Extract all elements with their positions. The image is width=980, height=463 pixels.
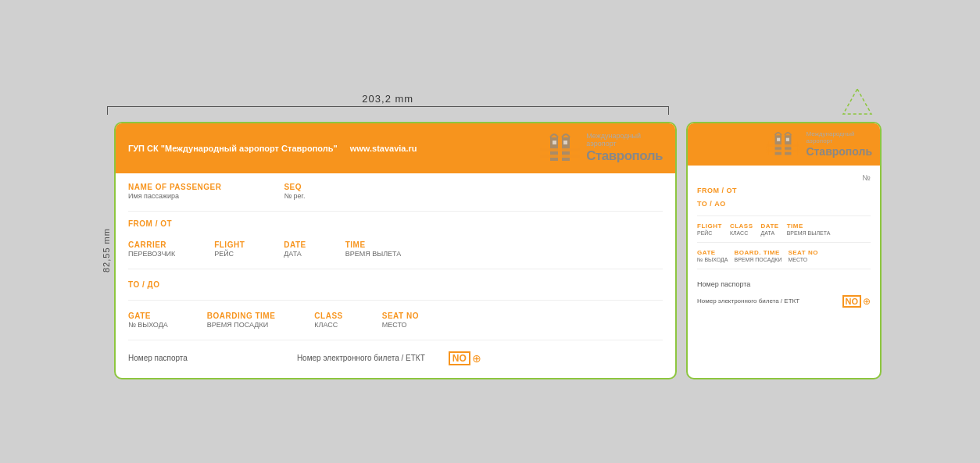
- gate-field: GATE № ВЫХОДА: [128, 312, 168, 329]
- stub-date-field: DATE ДАТА: [761, 223, 779, 236]
- to-row: TO / ДО: [128, 280, 663, 289]
- svg-rect-8: [769, 141, 799, 155]
- from-row: FROM / ОТ: [128, 219, 663, 228]
- stub-gate-field: GATE № ВЫХОДА: [697, 249, 728, 262]
- divider-1: [128, 211, 663, 212]
- stub-airport-logo: Международный аэропорт Ставрополь: [765, 130, 872, 159]
- airport-city-name: Ставрополь: [586, 148, 663, 164]
- stub-class-field: CLASS КЛАСС: [730, 223, 753, 236]
- svg-rect-14: [786, 137, 789, 141]
- main-header-bar: ГУП СК "Международный аэропорт Ставропол…: [116, 123, 675, 173]
- stub-eticket-label: Номер электронного билета / ЕТКТ: [697, 297, 799, 305]
- stub-time-field: TIME ВРЕМЯ ВЫЛЕТА: [787, 223, 831, 236]
- stub-seat-field: SEAT NO МЕСТО: [788, 249, 817, 262]
- stub-barcode-icon: ⊕: [863, 296, 871, 307]
- svg-rect-13: [777, 137, 780, 141]
- class-field: CLASS КЛАСС: [314, 312, 342, 329]
- company-name: ГУП СК "Международный аэропорт Ставропол…: [128, 144, 338, 153]
- date-field: DATE ДАТА: [284, 240, 306, 258]
- divider-4: [128, 340, 663, 340]
- barcode-icon-main: ⊕: [472, 352, 481, 365]
- from-field: FROM / ОТ: [128, 219, 172, 228]
- seat-field: SEAT NO МЕСТО: [382, 312, 419, 329]
- no-badge-main: NO: [449, 351, 470, 365]
- carrier-field: CARRIER ПЕРЕВОЗЧИК: [128, 240, 175, 258]
- main-airport-logo: Международный аэропорт Ставрополь: [538, 131, 663, 166]
- boarding-time-field: BOARDING TIME ВРЕМЯ ПОСАДКИ: [207, 312, 276, 329]
- svg-rect-1: [542, 145, 578, 161]
- airport-building-icon: [538, 131, 581, 166]
- airport-intl-label: Международный: [586, 132, 663, 141]
- time-field: TIME ВРЕМЯ ВЫЛЕТА: [345, 240, 402, 258]
- svg-rect-4: [540, 148, 580, 151]
- svg-rect-12: [767, 149, 800, 151]
- to-field: TO / ДО: [128, 280, 159, 289]
- main-ticket-body: Name of passenger Имя пассажира SEQ № pe…: [116, 173, 675, 378]
- passenger-name-field: Name of passenger Имя пассажира: [128, 183, 221, 200]
- website: www.stavavia.ru: [350, 144, 417, 153]
- flight-details-row: CARRIER ПЕРЕВОЗЧИК FLIGHT РЕЙС DATE ДАТА: [128, 240, 663, 258]
- stub-from-field: FROM / ОТ: [697, 187, 871, 194]
- svg-rect-6: [553, 141, 556, 144]
- stub-gate-row: GATE № ВЫХОДА Board. Time ВРЕМЯ ПОСАДКИ …: [697, 249, 871, 262]
- width-dimension: 203,2 mm: [362, 93, 413, 105]
- gate-details-row: GATE № ВЫХОДА BOARDING TIME ВРЕМЯ ПОСАДК…: [128, 312, 663, 329]
- main-boarding-pass: ГУП СК "Международный аэропорт Ставропол…: [114, 122, 677, 379]
- svg-rect-5: [540, 155, 580, 158]
- passenger-seq-row: Name of passenger Имя пассажира SEQ № pe…: [128, 183, 663, 200]
- stub-passport-label: Номер паспорта: [697, 280, 750, 288]
- stub-flight-field: FLIGHT РЕЙС: [697, 223, 722, 236]
- divider-3: [128, 300, 663, 301]
- stub-num-label: №: [862, 173, 871, 182]
- stub-ticket-body: № FROM / ОТ TO / АО FLIGHT: [688, 166, 880, 378]
- corner-triangle-icon: [842, 87, 873, 116]
- stub-no-badge: NO: [842, 295, 862, 308]
- eticket-label: Номер электронного билета / ЕТКТ: [297, 354, 425, 362]
- svg-rect-7: [563, 141, 567, 144]
- stub-flight-row: FLIGHT РЕЙС CLASS КЛАСС DATE ДАТА TIME: [697, 223, 871, 236]
- flight-field: FLIGHT РЕЙС: [214, 240, 245, 258]
- svg-marker-0: [843, 89, 871, 114]
- height-dimension-label: 82,55 mm: [98, 122, 114, 379]
- divider-2: [128, 269, 663, 269]
- stub-to-field: TO / АО: [697, 200, 871, 208]
- stub-eticket-row: Номер электронного билета / ЕТКТ NO ⊕: [697, 295, 871, 308]
- stub-passport-row: Номер паспорта: [697, 276, 871, 290]
- passport-label: Номер паспорта: [128, 354, 188, 362]
- svg-rect-11: [767, 144, 800, 147]
- stub-board-time-field: Board. Time ВРЕМЯ ПОСАДКИ: [734, 249, 781, 262]
- stub-boarding-pass: Международный аэропорт Ставрополь № FROM: [686, 122, 882, 379]
- airport-type-label: аэропорт: [586, 140, 663, 148]
- stub-airport-intl-label: Международный: [806, 130, 872, 138]
- passport-eticket-row: Номер паспорта Номер электронного билета…: [128, 351, 663, 365]
- stub-airport-city-name: Ставрополь: [806, 145, 872, 158]
- stub-airport-building-icon: [765, 130, 801, 159]
- stub-airport-type-label: аэропорт: [806, 137, 872, 145]
- seq-field: SEQ № per.: [284, 183, 305, 200]
- stub-header-bar: Международный аэропорт Ставрополь: [688, 123, 880, 166]
